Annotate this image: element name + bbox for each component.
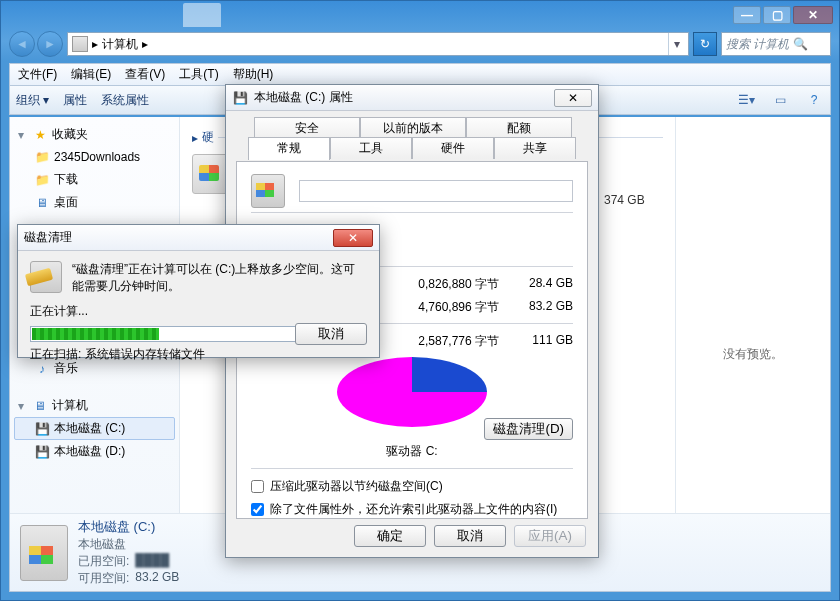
tab-security[interactable]: 安全 xyxy=(254,117,360,139)
details-subtitle: 本地磁盘 xyxy=(78,536,126,553)
computer-icon xyxy=(72,36,88,52)
navbar: ◄ ► ▸ 计算机 ▸ ▾ ↻ 搜索 计算机 🔍 xyxy=(9,29,831,59)
folder-icon: 📁 xyxy=(34,172,50,188)
collapse-icon: ▾ xyxy=(18,128,28,142)
index-label: 除了文件属性外，还允许索引此驱动器上文件的内容(I) xyxy=(270,501,557,518)
calculating-label: 正在计算... xyxy=(30,303,367,320)
broom-drive-icon xyxy=(30,261,62,293)
preview-pane-button[interactable]: ▭ xyxy=(770,90,790,110)
menu-view[interactable]: 查看(V) xyxy=(125,66,165,83)
sidebar-item-drive-d[interactable]: 💾本地磁盘 (D:) xyxy=(14,440,175,463)
disk-cleanup-progress-dialog: 磁盘清理 ✕ “磁盘清理”正在计算可以在 (C:)上释放多少空间。这可能需要几分… xyxy=(17,224,380,358)
dialog-titlebar[interactable]: 磁盘清理 ✕ xyxy=(18,225,379,251)
scanning-label: 正在扫描: 系统错误内存转储文件 xyxy=(30,346,367,363)
tab-stub xyxy=(183,3,221,27)
free-label: 可用空间: xyxy=(78,570,129,587)
tab-general[interactable]: 常规 xyxy=(248,137,330,160)
breadcrumb-separator: ▸ xyxy=(92,37,98,51)
organize-button[interactable]: 组织 ▾ xyxy=(16,92,49,109)
back-button[interactable]: ◄ xyxy=(9,31,35,57)
desktop-icon: 🖥 xyxy=(34,195,50,211)
tab-sharing[interactable]: 共享 xyxy=(494,137,576,159)
tab-strip: 安全 以前的版本 配额 常规 工具 硬件 共享 xyxy=(236,117,588,161)
refresh-button[interactable]: ↻ xyxy=(693,32,717,56)
dialog-close-button[interactable]: ✕ xyxy=(333,229,373,247)
disk-cleanup-button[interactable]: 磁盘清理(D) xyxy=(484,418,573,440)
minimize-button[interactable]: — xyxy=(733,6,761,24)
menu-tools[interactable]: 工具(T) xyxy=(179,66,218,83)
breadcrumb-separator: ▸ xyxy=(142,37,148,51)
drive-icon xyxy=(251,174,285,208)
computer-head[interactable]: ▾ 🖥 计算机 xyxy=(14,394,175,417)
expand-icon: ▸ xyxy=(192,131,198,145)
no-preview-text: 没有预览。 xyxy=(723,346,783,363)
toolbar-sysprops[interactable]: 系统属性 xyxy=(101,92,149,109)
close-button[interactable]: ✕ xyxy=(793,6,833,24)
computer-label: 计算机 xyxy=(52,397,88,414)
maximize-button[interactable]: ▢ xyxy=(763,6,791,24)
sidebar-item-desktop[interactable]: 🖥桌面 xyxy=(14,191,175,214)
tab-quota[interactable]: 配额 xyxy=(466,117,572,139)
cleanup-message: “磁盘清理”正在计算可以在 (C:)上释放多少空间。这可能需要几分钟时间。 xyxy=(72,261,367,295)
used-value: ████ xyxy=(135,553,169,570)
collapse-icon: ▾ xyxy=(18,399,28,413)
folder-icon: 📁 xyxy=(34,149,50,165)
dialog-title: 磁盘清理 xyxy=(24,229,327,246)
volume-label-input[interactable] xyxy=(299,180,573,202)
favorites-label: 收藏夹 xyxy=(52,126,88,143)
drive-label: 驱动器 C: xyxy=(251,443,573,460)
search-placeholder: 搜索 计算机 xyxy=(726,36,789,53)
drive-icon: 💾 xyxy=(34,421,50,437)
menubar: 文件(F) 编辑(E) 查看(V) 工具(T) 帮助(H) xyxy=(9,63,831,85)
usage-pie-chart xyxy=(337,357,487,441)
breadcrumb-item[interactable]: 计算机 xyxy=(102,36,138,53)
compress-checkbox-row[interactable]: 压缩此驱动器以节约磁盘空间(C) xyxy=(251,475,573,498)
cancel-button[interactable]: 取消 xyxy=(434,525,506,547)
favorites-head[interactable]: ▾ ★ 收藏夹 xyxy=(14,123,175,146)
forward-button[interactable]: ► xyxy=(37,31,63,57)
drive-icon: 💾 xyxy=(232,90,248,106)
used-label: 已用空间: xyxy=(78,553,129,570)
star-icon: ★ xyxy=(32,127,48,143)
free-size-text: 374 GB xyxy=(600,193,645,207)
menu-edit[interactable]: 编辑(E) xyxy=(71,66,111,83)
menu-file[interactable]: 文件(F) xyxy=(18,66,57,83)
tab-previous-versions[interactable]: 以前的版本 xyxy=(360,117,466,139)
index-checkbox-row[interactable]: 除了文件属性外，还允许索引此驱动器上文件的内容(I) xyxy=(251,498,573,521)
tab-hardware[interactable]: 硬件 xyxy=(412,137,494,159)
free-value: 83.2 GB xyxy=(135,570,179,587)
view-mode-button[interactable]: ☰▾ xyxy=(736,90,756,110)
compress-label: 压缩此驱动器以节约磁盘空间(C) xyxy=(270,478,443,495)
ok-button[interactable]: 确定 xyxy=(354,525,426,547)
tab-tools[interactable]: 工具 xyxy=(330,137,412,159)
search-input[interactable]: 搜索 计算机 🔍 xyxy=(721,32,831,56)
drive-icon: 💾 xyxy=(34,444,50,460)
free-gb: 83.2 GB xyxy=(509,299,573,316)
apply-button[interactable]: 应用(A) xyxy=(514,525,586,547)
dialog-title: 本地磁盘 (C:) 属性 xyxy=(254,89,548,106)
search-icon: 🔍 xyxy=(793,37,808,51)
toolbar-properties[interactable]: 属性 xyxy=(63,92,87,109)
address-dropdown[interactable]: ▾ xyxy=(668,33,684,55)
compress-checkbox[interactable] xyxy=(251,480,264,493)
details-title: 本地磁盘 (C:) xyxy=(78,518,179,536)
menu-help[interactable]: 帮助(H) xyxy=(233,66,274,83)
dialog-close-button[interactable]: ✕ xyxy=(554,89,592,107)
sidebar-item-drive-c[interactable]: 💾本地磁盘 (C:) xyxy=(14,417,175,440)
address-bar[interactable]: ▸ 计算机 ▸ ▾ xyxy=(67,32,689,56)
help-icon[interactable]: ? xyxy=(804,90,824,110)
used-gb: 28.4 GB xyxy=(509,276,573,293)
computer-icon: 🖥 xyxy=(32,398,48,414)
dialog-titlebar[interactable]: 💾 本地磁盘 (C:) 属性 ✕ xyxy=(226,85,598,111)
cap-gb: 111 GB xyxy=(509,333,573,350)
drive-icon xyxy=(20,525,68,581)
sidebar-item-2345[interactable]: 📁2345Downloads xyxy=(14,146,175,168)
cancel-button[interactable]: 取消 xyxy=(295,323,367,345)
index-checkbox[interactable] xyxy=(251,503,264,516)
titlebar: — ▢ ✕ xyxy=(1,1,839,29)
sidebar-item-downloads[interactable]: 📁下载 xyxy=(14,168,175,191)
